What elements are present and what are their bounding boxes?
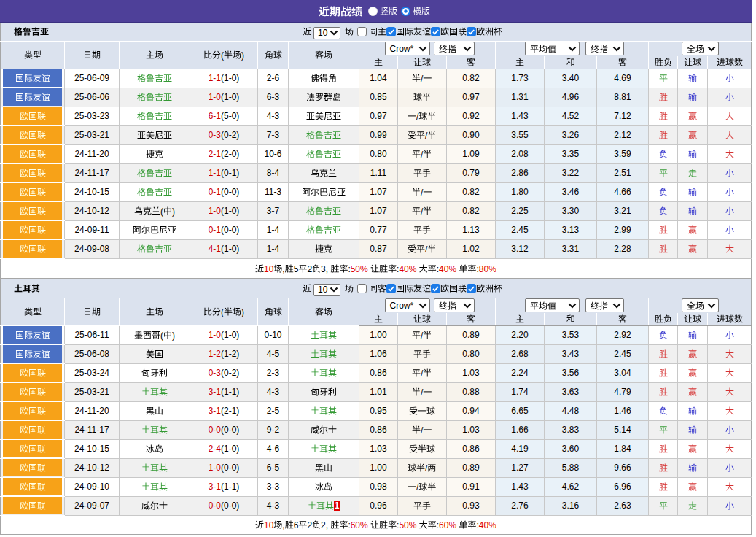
svg-text:/: /	[421, 150, 424, 160]
svg-text:/: /	[416, 112, 419, 122]
svg-text:/: /	[421, 425, 424, 436]
svg-text:/: /	[425, 463, 428, 474]
svg-text:2,: 2,	[321, 520, 328, 530]
svg-text:2: 2	[307, 520, 312, 530]
svg-text:): )	[172, 331, 175, 341]
svg-text:/: /	[421, 368, 424, 379]
svg-text:/: /	[421, 188, 424, 198]
svg-text:/: /	[425, 131, 428, 141]
svg-text:(: (	[160, 206, 163, 217]
svg-text:(: (	[221, 50, 224, 61]
svg-text:40%: 40%	[479, 520, 496, 530]
svg-text:60%: 60%	[439, 520, 456, 530]
svg-text:/: /	[421, 74, 424, 84]
svg-text:10: 10	[264, 263, 274, 274]
svg-text:/: /	[425, 244, 428, 255]
svg-text:40%: 40%	[399, 263, 416, 274]
svg-text:): )	[241, 307, 244, 317]
svg-text:(: (	[221, 307, 224, 317]
svg-text:,: ,	[282, 520, 284, 530]
svg-text:50%: 50%	[351, 263, 368, 274]
svg-text:40%: 40%	[439, 263, 456, 274]
svg-text:(: (	[160, 331, 163, 341]
svg-text:3,: 3,	[321, 263, 328, 274]
svg-text:60%: 60%	[351, 520, 368, 530]
svg-text:/: /	[421, 331, 424, 341]
svg-text:/: /	[421, 206, 424, 217]
svg-text:6: 6	[294, 520, 299, 530]
svg-text:/: /	[421, 387, 424, 398]
svg-text:): )	[172, 206, 175, 217]
svg-text:80%: 80%	[479, 263, 496, 274]
svg-text:10: 10	[264, 520, 274, 530]
svg-text:,: ,	[282, 263, 284, 274]
svg-text:5: 5	[294, 263, 299, 274]
svg-text:50%: 50%	[399, 520, 416, 530]
svg-text:2: 2	[307, 263, 312, 274]
svg-text:/: /	[416, 482, 419, 492]
svg-text:): )	[241, 50, 244, 61]
